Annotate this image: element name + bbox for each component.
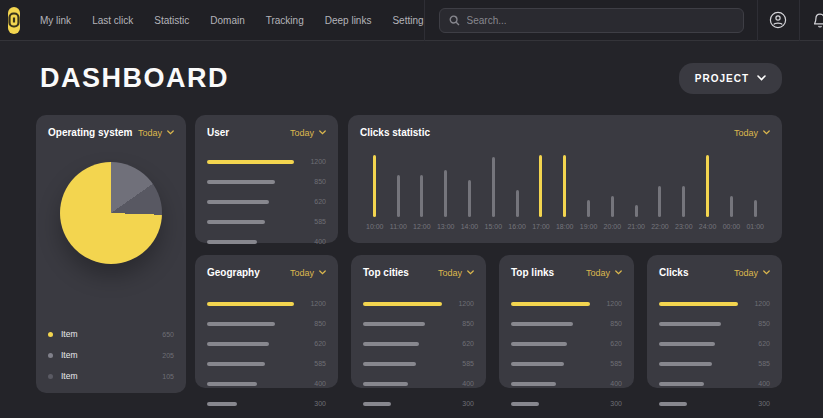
time-bar-column: 00:00 [723, 196, 741, 230]
bar-track [207, 240, 294, 244]
nav-link-my-link[interactable]: My link [40, 15, 71, 26]
bar-row: 620 [363, 340, 474, 347]
card-title: Top cities [363, 267, 409, 278]
nav-link-deep-links[interactable]: Deep links [325, 15, 372, 26]
bar [207, 160, 294, 164]
nav-link-tracking[interactable]: Tracking [266, 15, 304, 26]
bar-track [207, 342, 294, 346]
period-dropdown[interactable]: Today [290, 268, 326, 278]
bar-track [511, 402, 590, 406]
period-dropdown[interactable]: Today [138, 128, 174, 138]
period-dropdown[interactable]: Today [586, 268, 622, 278]
time-label: 12:00 [413, 223, 431, 230]
period-dropdown[interactable]: Today [438, 268, 474, 278]
time-bar-column: 16:00 [508, 190, 526, 230]
bar-row: 300 [659, 400, 770, 407]
card-header: Top cities Today [363, 267, 474, 278]
time-label: 16:00 [508, 223, 526, 230]
bar-row: 1200 [659, 300, 770, 307]
bar-row: 300 [207, 400, 326, 407]
nav-link-setting[interactable]: Setting [392, 15, 423, 26]
time-bar-column: 21:00 [627, 205, 645, 230]
bar-track [511, 382, 590, 386]
bar-row: 1200 [511, 300, 622, 307]
legend-dot [48, 353, 53, 358]
bar-track [207, 220, 294, 224]
nav-link-domain[interactable]: Domain [210, 15, 244, 26]
search-input[interactable] [439, 8, 744, 33]
bar [511, 342, 567, 346]
time-bar [444, 170, 447, 217]
bar [659, 382, 704, 386]
time-bar [730, 196, 733, 217]
bar-value: 300 [598, 400, 622, 407]
time-bar [420, 175, 423, 217]
bar-row: 1200 [363, 300, 474, 307]
bar-value: 585 [598, 360, 622, 367]
nav-link-last-click[interactable]: Last click [92, 15, 133, 26]
time-label: 14:00 [461, 223, 479, 230]
bar-value: 585 [450, 360, 474, 367]
time-bar [635, 205, 638, 217]
card-user: User Today 1200850620585400300 [195, 115, 338, 243]
bar-track [511, 322, 590, 326]
bar-value: 1200 [302, 300, 326, 307]
bar-track [363, 302, 442, 306]
nav-link-statistic[interactable]: Statistic [154, 15, 189, 26]
account-button[interactable] [758, 0, 799, 41]
bar-row: 850 [207, 320, 326, 327]
time-bar-column: 24:00 [699, 155, 717, 230]
bar-row: 850 [363, 320, 474, 327]
bar [207, 302, 294, 306]
bar-track [659, 322, 738, 326]
bar [659, 362, 712, 366]
bar-value: 850 [598, 320, 622, 327]
navbar: My linkLast clickStatisticDomainTracking… [0, 0, 823, 41]
legend-dot [48, 332, 53, 337]
time-label: 18:00 [556, 223, 574, 230]
legend-value: 105 [162, 373, 174, 380]
bar-value: 620 [302, 340, 326, 347]
bar-row: 400 [511, 380, 622, 387]
bar-value: 850 [302, 178, 326, 185]
bar-value: 620 [450, 340, 474, 347]
project-dropdown-button[interactable]: PROJECT [679, 63, 782, 94]
bar-value: 400 [302, 380, 326, 387]
bar-track [511, 342, 590, 346]
time-label: 10:00 [366, 223, 384, 230]
time-label: 11:00 [390, 223, 407, 230]
user-circle-icon [769, 11, 787, 29]
period-label: Today [290, 268, 314, 278]
bar-row: 850 [207, 178, 326, 185]
period-dropdown[interactable]: Today [734, 268, 770, 278]
time-label: 17:00 [532, 223, 550, 230]
period-dropdown[interactable]: Today [734, 128, 770, 138]
time-bar [539, 155, 542, 217]
link-icon [8, 12, 20, 28]
time-label: 20:00 [604, 223, 622, 230]
chevron-down-icon [615, 270, 622, 275]
bar [207, 200, 269, 204]
time-bar-column: 15:00 [485, 157, 503, 230]
right-column: User Today 1200850620585400300 Clicks st… [195, 115, 782, 393]
bar-track [363, 342, 442, 346]
time-bar [754, 200, 757, 217]
bar [363, 362, 416, 366]
period-label: Today [734, 268, 758, 278]
bar-value: 1200 [302, 158, 326, 165]
bar [511, 382, 556, 386]
period-dropdown[interactable]: Today [290, 128, 326, 138]
bar-row: 620 [511, 340, 622, 347]
card-header: Top links Today [511, 267, 622, 278]
bar-value: 300 [302, 400, 326, 407]
bar [511, 402, 539, 406]
logo[interactable] [8, 7, 20, 34]
bar-row: 620 [659, 340, 770, 347]
chevron-down-icon [167, 130, 174, 135]
notifications-button[interactable] [800, 0, 823, 41]
bar-track [659, 342, 738, 346]
time-bar [563, 155, 566, 217]
bar-row: 620 [207, 340, 326, 347]
bar-track [207, 200, 294, 204]
bar-value: 620 [746, 340, 770, 347]
